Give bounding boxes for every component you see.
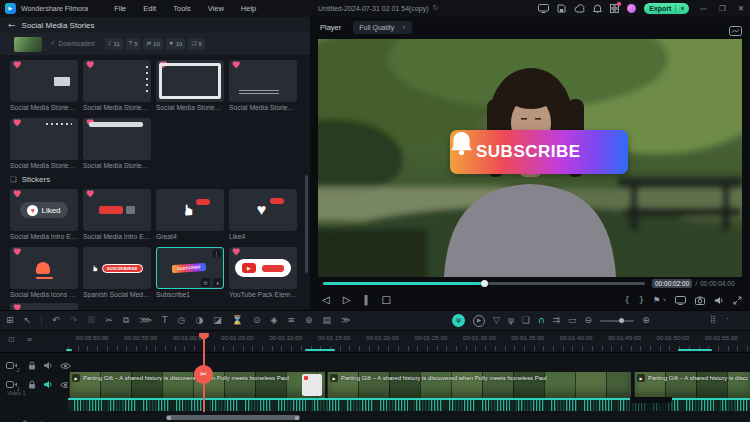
playback-progress-bar[interactable] bbox=[323, 282, 645, 285]
favorite-star-icon[interactable]: ☆ bbox=[201, 278, 210, 287]
back-arrow-icon[interactable]: ← bbox=[8, 21, 16, 30]
sticker-item[interactable]: SUBSCRIBE ♥ ⋮ ☆ ＋ Subscribe1 bbox=[156, 247, 224, 298]
zoom-in-button[interactable]: ⊕ bbox=[642, 316, 650, 325]
video-clip[interactable]: ▶ Parting Gift – A shared history is dis… bbox=[326, 372, 631, 398]
project-history-icon[interactable]: ↻ bbox=[433, 5, 439, 12]
subscribe-overlay[interactable]: SUBSCRIBE bbox=[450, 130, 628, 174]
stop-button[interactable]: □ bbox=[381, 295, 390, 305]
restore-button[interactable]: ❐ bbox=[717, 5, 728, 13]
redo-tool[interactable]: ↷ bbox=[70, 316, 78, 325]
menu-item[interactable]: View bbox=[208, 4, 224, 13]
timeline-horizontal-scrollbar[interactable] bbox=[166, 415, 300, 420]
snapshot-camera-icon[interactable] bbox=[695, 291, 705, 309]
sticker-item[interactable]: ♥ ▶ SUBSCRIBED bbox=[10, 303, 78, 310]
preview-play-button[interactable]: ▶ bbox=[473, 315, 485, 327]
template-thumbnail[interactable]: ♥ bbox=[83, 118, 151, 160]
mic-button[interactable]: ψ bbox=[508, 316, 514, 325]
sticker-thumbnail[interactable]: ☛ ♥ ⋮ ☆ ＋ bbox=[156, 189, 224, 231]
sticker-thumbnail[interactable]: ♥ Liked ♥ ⋮ ☆ ＋ bbox=[10, 189, 78, 231]
cloud-sync-icon[interactable] bbox=[574, 5, 585, 13]
pack-summary-row[interactable]: ✓ Downloaded ♪ 11 T 5 ⇄ 10 ★ 10 bbox=[0, 33, 310, 55]
sticker-thumbnail[interactable]: ♥ ▶ SUBSCRIBED bbox=[10, 303, 78, 310]
motion-track-tool[interactable]: ⊙ bbox=[253, 316, 261, 325]
menu-item[interactable]: Help bbox=[241, 4, 256, 13]
split-tool[interactable]: ✂ bbox=[105, 316, 113, 325]
export-menu-chevron-icon[interactable]: ∨ bbox=[680, 6, 684, 11]
crop-tool[interactable]: ⧉ bbox=[123, 316, 129, 325]
sticker-thumbnail[interactable]: ▶ ♥ ⋮ ☆ ＋ bbox=[229, 247, 297, 289]
speed-ramping-tool[interactable]: ◷ bbox=[178, 316, 186, 325]
split-at-playhead-button[interactable]: ✂ bbox=[194, 365, 213, 384]
keyframe-tool[interactable]: ◈ bbox=[271, 316, 278, 325]
mark-out-button[interactable]: } bbox=[639, 296, 644, 305]
text-tool[interactable]: T bbox=[162, 316, 168, 325]
pause-button[interactable]: ‖ bbox=[363, 295, 368, 305]
notifications-bell-icon[interactable] bbox=[593, 4, 602, 13]
close-button[interactable]: ✕ bbox=[736, 5, 746, 13]
sticker-item[interactable]: ♥ ⋮ ☆ ＋ Social Media Icons Pa... bbox=[10, 247, 78, 298]
video-track-lane[interactable]: ▶ Parting Gift – A shared history is dis… bbox=[0, 372, 750, 398]
sticker-item[interactable]: ☛ ♥ ⋮ ☆ ＋ Great4 bbox=[156, 189, 224, 240]
template-item[interactable]: ♥ Social Media Stories O... bbox=[156, 60, 224, 111]
divider[interactable] bbox=[41, 315, 42, 326]
voiceover-record-button[interactable]: ψ bbox=[452, 314, 465, 327]
display-icon[interactable] bbox=[538, 4, 549, 13]
quality-dropdown[interactable]: Full Quality ∨ bbox=[353, 21, 412, 34]
link-clips-icon[interactable]: ∞ bbox=[26, 336, 33, 344]
delete-tool[interactable]: ☒ bbox=[87, 316, 95, 325]
layers-button[interactable]: ❏ bbox=[522, 316, 530, 325]
track-manage-button[interactable]: ⣿ bbox=[710, 316, 716, 324]
sticker-item[interactable]: ♥ ♥ ⋮ ☆ ＋ Like4 bbox=[229, 189, 297, 240]
stickers-section-header[interactable]: ❏ Stickers bbox=[0, 175, 310, 184]
display-mode-icon[interactable] bbox=[675, 291, 686, 309]
timeline-ruler[interactable]: ⊡ ∞ 00:00:50:0000:00:55:0000:01:00:0000:… bbox=[0, 331, 750, 353]
lock-track-icon[interactable] bbox=[21, 415, 29, 422]
template-thumbnail[interactable]: ♥ bbox=[10, 118, 78, 160]
sticker-thumbnail[interactable]: ♥ ⋮ ☆ ＋ bbox=[10, 247, 78, 289]
more-options-icon[interactable]: ⋮ bbox=[212, 249, 221, 258]
timer-tool[interactable]: ⌛ bbox=[232, 316, 243, 325]
mask-tool[interactable]: ◪ bbox=[213, 316, 222, 325]
menu-item[interactable]: Tools bbox=[173, 4, 191, 13]
sticker-item[interactable]: ☛ SUSCRIBIRSE ♥ ⋮ ☆ ＋ Spanish Social Med… bbox=[83, 247, 151, 298]
sticker-thumbnail[interactable]: ♥ ⋮ ☆ ＋ bbox=[83, 189, 151, 231]
zoom-slider-knob[interactable] bbox=[619, 318, 624, 323]
menu-item[interactable]: Edit bbox=[143, 4, 156, 13]
sticker-item[interactable]: ♥ ⋮ ☆ ＋ Social Media Intro Ele... bbox=[83, 189, 151, 240]
mute-track-icon[interactable] bbox=[36, 415, 46, 422]
marker-menu-button[interactable]: ⚑ ∨ bbox=[653, 296, 666, 305]
snapping-button[interactable]: ∩ bbox=[538, 316, 545, 325]
template-thumbnail[interactable]: ♥ bbox=[156, 60, 224, 102]
edit-properties-button[interactable]: ▭ bbox=[568, 316, 577, 325]
adjustment-tool[interactable]: ≡ bbox=[288, 316, 296, 325]
minimize-button[interactable]: — bbox=[697, 5, 709, 13]
apps-grid-icon[interactable] bbox=[610, 4, 619, 13]
step-backward-button[interactable]: ◁ bbox=[322, 295, 330, 305]
video-preview[interactable]: SUBSCRIBE bbox=[318, 39, 742, 277]
export-button[interactable]: Export ∨ bbox=[644, 3, 689, 14]
account-avatar[interactable] bbox=[627, 4, 637, 14]
template-item[interactable]: ♥ Social Media Stories O... bbox=[10, 118, 78, 169]
zoom-out-button[interactable]: ⊖ bbox=[585, 316, 593, 325]
undo-tool[interactable]: ↶ bbox=[52, 316, 60, 325]
media-library-tool[interactable]: ⊞ bbox=[6, 316, 14, 325]
render-preview-tool[interactable]: ▤ bbox=[323, 316, 332, 325]
safe-area-button[interactable]: ▽ bbox=[493, 316, 500, 325]
add-to-timeline-icon[interactable]: ＋ bbox=[213, 278, 222, 287]
template-item[interactable]: ♥ Social Media Stories O... bbox=[10, 60, 78, 111]
template-item[interactable]: ♥ Social Media Stories O... bbox=[83, 60, 151, 111]
play-button[interactable]: ▷ bbox=[343, 295, 351, 305]
more-tools[interactable]: ≫ bbox=[341, 316, 350, 325]
video-clip[interactable]: ▶ Parting Gift – A shared history is dis… bbox=[633, 372, 750, 398]
menu-item[interactable]: File bbox=[114, 4, 126, 13]
sticker-thumbnail[interactable]: ☛ SUSCRIBIRSE ♥ ⋮ ☆ ＋ bbox=[83, 247, 151, 289]
speed-tool[interactable]: ⋙ bbox=[139, 316, 152, 325]
template-item[interactable]: ♥ Social Media Stories O... bbox=[83, 118, 151, 169]
sticker-item[interactable]: ♥ Liked ♥ ⋮ ☆ ＋ Social Media Intro Ele..… bbox=[10, 189, 78, 240]
library-scrollbar[interactable] bbox=[305, 175, 308, 273]
sticker-item[interactable]: ▶ ♥ ⋮ ☆ ＋ YouTube Pack Element... bbox=[229, 247, 297, 298]
toolbar-overflow-dot[interactable]: · bbox=[726, 316, 729, 324]
media-management-icon[interactable]: ⊡ bbox=[8, 336, 15, 344]
template-item[interactable]: ♥ Social Media Stories O... bbox=[229, 60, 297, 111]
fullscreen-icon[interactable] bbox=[733, 291, 742, 309]
